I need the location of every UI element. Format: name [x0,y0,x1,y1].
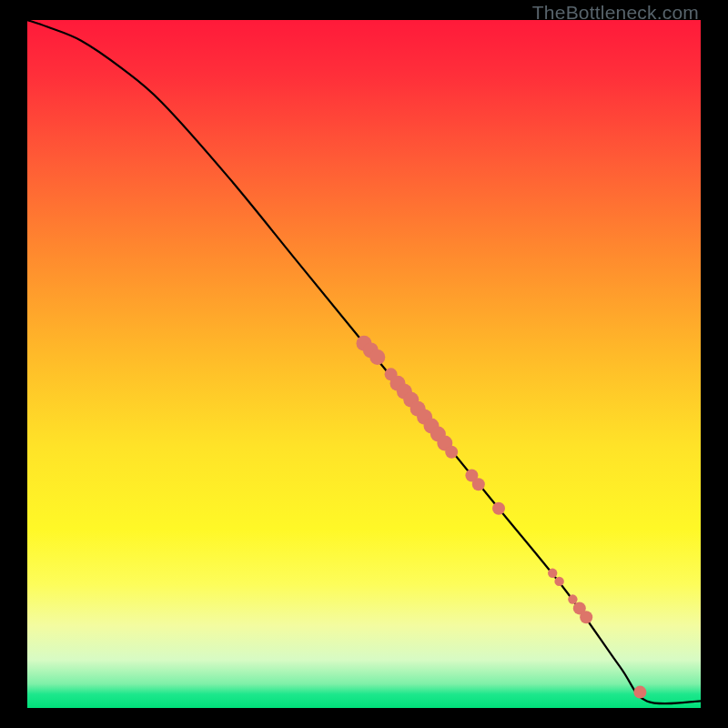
curve-line [27,20,701,703]
data-point [633,686,646,699]
data-point [492,502,505,515]
chart-svg [27,20,701,708]
data-point [369,349,385,365]
watermark-text: TheBottleneck.com [532,2,699,24]
data-point [554,577,563,586]
plot-area [27,20,701,708]
chart-frame: TheBottleneck.com [0,0,728,728]
data-point [445,446,458,459]
data-point [548,569,557,578]
data-point [580,611,592,623]
data-point [472,478,485,490]
data-point [568,594,577,603]
